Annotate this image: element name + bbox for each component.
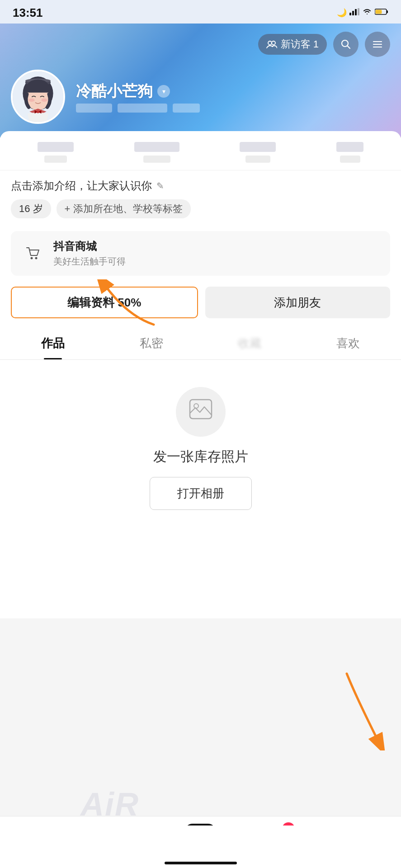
empty-state: 发一张库存照片 打开相册	[0, 360, 401, 528]
shop-banner[interactable]: 抖音商城 美好生活触手可得	[11, 231, 390, 276]
bio-text-row[interactable]: 点击添加介绍，让大家认识你 ✎	[11, 179, 390, 193]
svg-rect-0	[349, 13, 351, 15]
header-top-bar: 新访客 1	[11, 32, 390, 57]
main-content: 点击添加介绍，让大家认识你 ✎ 16 岁 + 添加所在地、学校等标签 抖音商城 …	[0, 131, 401, 618]
svg-rect-6	[376, 10, 382, 14]
nav-home-label: 首页	[32, 840, 52, 853]
empty-icon-wrapper	[176, 387, 226, 437]
empty-state-text: 发一张库存照片	[153, 448, 248, 466]
svg-rect-1	[352, 11, 354, 15]
nav-me[interactable]: 我	[337, 826, 382, 853]
tab-likes[interactable]: 喜欢	[299, 327, 397, 359]
add-tag-label: + 添加所在地、学校等标签	[65, 202, 183, 216]
svg-point-23	[37, 111, 39, 113]
stats-row	[0, 131, 401, 170]
add-friend-button[interactable]: 添加朋友	[205, 287, 391, 318]
bio-area: 点击添加介绍，让大家认识你 ✎ 16 岁 + 添加所在地、学校等标签	[0, 170, 401, 223]
tab-private-label: 私密	[140, 336, 163, 350]
svg-point-34	[357, 828, 362, 832]
sub-info-blur-3	[173, 104, 200, 113]
edit-profile-button[interactable]: 编辑资料 50%	[11, 287, 198, 318]
nav-friends-label: 朋友	[114, 840, 134, 853]
open-album-button[interactable]: 打开相册	[150, 477, 252, 510]
bio-edit-icon[interactable]: ✎	[156, 180, 164, 191]
sub-info-blur-2	[118, 104, 167, 113]
svg-point-31	[125, 829, 128, 831]
menu-button[interactable]	[365, 32, 390, 57]
status-bar: 13:51 🌙	[0, 0, 401, 24]
action-area: 编辑资料 50% 添加朋友	[0, 284, 401, 327]
tab-works-label: 作品	[41, 336, 65, 350]
svg-point-19	[28, 99, 34, 102]
stat-blur-2	[134, 142, 179, 152]
status-icons: 🌙	[337, 8, 388, 18]
content-spacer	[0, 528, 401, 618]
username-area: 冷酷小芒狗 ▾	[76, 81, 200, 113]
nav-plus-button[interactable]	[184, 824, 216, 855]
nav-messages[interactable]: 8 消息	[254, 826, 299, 853]
stat-blur-1	[38, 142, 74, 152]
tab-works[interactable]: 作品	[4, 327, 102, 359]
tags-row: 16 岁 + 添加所在地、学校等标签	[11, 199, 390, 218]
username-dropdown-icon[interactable]: ▾	[157, 85, 170, 98]
messages-badge: 8	[282, 822, 295, 835]
stat-label-1	[44, 156, 67, 163]
svg-line-10	[348, 46, 350, 49]
sub-info-blur-1	[76, 104, 112, 113]
moon-icon: 🌙	[337, 8, 347, 18]
orange-arrow-annotation-2	[338, 669, 392, 750]
image-placeholder-icon	[189, 399, 212, 425]
stat-label-3	[245, 156, 270, 163]
nav-messages-label: 消息	[267, 840, 287, 853]
status-time: 13:51	[13, 6, 43, 20]
stat-label-4	[340, 156, 360, 163]
signal-icon	[349, 8, 359, 17]
username-text: 冷酷小芒狗	[76, 81, 153, 102]
profile-info-row: 冷酷小芒狗 ▾	[11, 70, 390, 124]
nav-home[interactable]: 首页	[19, 826, 64, 853]
tab-likes-label: 喜欢	[336, 336, 360, 350]
tabs-row: 作品 私密 收藏 喜欢	[0, 327, 401, 360]
svg-rect-5	[387, 10, 388, 13]
stat-label-2	[143, 156, 170, 163]
tab-favorites[interactable]: 收藏	[201, 327, 299, 359]
svg-rect-2	[355, 9, 357, 15]
svg-rect-27	[190, 400, 212, 419]
shop-cart-icon	[20, 241, 45, 266]
nav-friends[interactable]: 朋友	[102, 826, 147, 853]
tab-private[interactable]: 私密	[102, 327, 201, 359]
bio-text: 点击添加介绍，让大家认识你	[11, 179, 152, 193]
stat-item-1	[38, 142, 74, 163]
stat-item-4	[336, 142, 363, 163]
action-buttons: 编辑资料 50% 添加朋友	[0, 284, 401, 327]
svg-point-24	[31, 257, 33, 259]
nav-me-label: 我	[354, 840, 364, 853]
stat-item-3	[240, 142, 276, 163]
shop-info: 抖音商城 美好生活触手可得	[53, 239, 126, 268]
svg-point-25	[35, 257, 38, 259]
svg-point-20	[41, 99, 47, 102]
wifi-icon	[362, 8, 372, 17]
username-sub-info	[76, 104, 200, 113]
svg-point-28	[194, 404, 198, 408]
stat-item-2	[134, 142, 179, 163]
tab-blur-overlay	[201, 327, 299, 359]
bottom-nav: 首页 朋友 8 消息 我	[0, 816, 401, 868]
profile-header: 新访客 1	[0, 24, 401, 137]
visitor-button[interactable]: 新访客 1	[258, 34, 327, 55]
search-button[interactable]	[333, 32, 359, 57]
stat-blur-3	[240, 142, 276, 152]
shop-subtitle: 美好生活触手可得	[53, 255, 126, 268]
svg-point-30	[121, 828, 124, 832]
svg-point-7	[268, 41, 272, 45]
shop-name: 抖音商城	[53, 239, 126, 254]
svg-rect-3	[358, 8, 359, 15]
username-row: 冷酷小芒狗 ▾	[76, 81, 200, 102]
avatar[interactable]	[11, 70, 65, 124]
visitor-label: 新访客 1	[281, 38, 319, 51]
svg-point-8	[272, 41, 275, 45]
battery-icon	[375, 8, 388, 17]
age-tag: 16 岁	[11, 199, 51, 218]
add-tag-button[interactable]: + 添加所在地、学校等标签	[57, 199, 191, 218]
stat-blur-4	[336, 142, 363, 152]
